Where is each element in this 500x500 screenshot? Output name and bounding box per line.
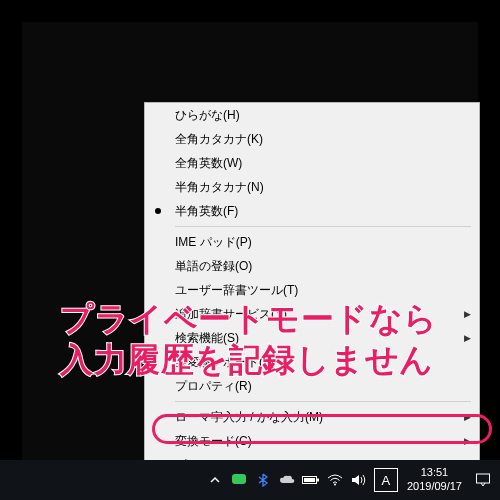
menu-item-fullwidth-alnum[interactable]: 全角英数(W) <box>145 151 479 175</box>
menu-item-halfwidth-katakana[interactable]: 半角カタカナ(N) <box>145 175 479 199</box>
menu-label: 半角カタカナ(N) <box>175 175 467 199</box>
menu-item-search-function[interactable]: 検索機能(S) ▶ <box>145 326 479 350</box>
menu-label: 全角英数(W) <box>175 151 467 175</box>
submenu-arrow-icon: ▶ <box>464 302 471 326</box>
ime-mode-label: A <box>382 473 391 488</box>
messages-icon[interactable] <box>227 460 251 500</box>
menu-label: 変換モード(C) <box>175 429 467 453</box>
clock-date: 2019/09/17 <box>407 480 462 494</box>
menu-item-properties[interactable]: プロパティ(R) <box>145 374 479 398</box>
volume-icon[interactable] <box>347 460 371 500</box>
menu-label: 全角カタカナ(K) <box>175 127 467 151</box>
menu-label: ひらがな(H) <box>175 103 467 127</box>
ime-mode-indicator[interactable]: A <box>374 468 398 492</box>
clock-time: 13:51 <box>421 466 449 480</box>
menu-label: IME パッド(P) <box>175 230 467 254</box>
bluetooth-icon[interactable] <box>251 460 275 500</box>
menu-separator <box>175 401 471 402</box>
menu-label: ユーザー辞書ツール(T) <box>175 278 467 302</box>
menu-item-fullwidth-katakana[interactable]: 全角カタカナ(K) <box>145 127 479 151</box>
radio-selected-icon <box>155 208 161 214</box>
submenu-arrow-icon: ▶ <box>464 429 471 453</box>
menu-item-register-word[interactable]: 単語の登録(O) <box>145 254 479 278</box>
menu-label: 誤変換レポート(V) <box>175 350 467 374</box>
svg-point-4 <box>334 484 336 486</box>
wifi-icon[interactable] <box>323 460 347 500</box>
action-center-icon[interactable] <box>468 472 498 488</box>
ime-context-menu: ひらがな(H) 全角カタカナ(K) 全角英数(W) 半角カタカナ(N) 半角英数… <box>144 102 480 500</box>
menu-label: 追加辞書サービス(Y) <box>175 302 467 326</box>
menu-item-halfwidth-alnum[interactable]: 半角英数(F) <box>145 199 479 223</box>
submenu-arrow-icon: ▶ <box>464 405 471 429</box>
onedrive-icon[interactable] <box>275 460 299 500</box>
menu-item-romaji-kana[interactable]: ローマ字入力 / かな入力(M) ▶ <box>145 405 479 429</box>
svg-rect-5 <box>477 474 490 483</box>
menu-item-user-dictionary[interactable]: ユーザー辞書ツール(T) <box>145 278 479 302</box>
tray-overflow-chevron-icon[interactable] <box>203 460 227 500</box>
svg-rect-2 <box>304 478 315 482</box>
taskbar: A 13:51 2019/09/17 <box>0 460 500 500</box>
submenu-arrow-icon: ▶ <box>464 326 471 350</box>
menu-item-additional-dictionary[interactable]: 追加辞書サービス(Y) ▶ <box>145 302 479 326</box>
menu-item-misconversion-report[interactable]: 誤変換レポート(V) <box>145 350 479 374</box>
battery-icon[interactable] <box>299 460 323 500</box>
menu-label: プロパティ(R) <box>175 374 467 398</box>
menu-item-ime-pad[interactable]: IME パッド(P) <box>145 230 479 254</box>
svg-rect-3 <box>317 479 319 482</box>
menu-label: 単語の登録(O) <box>175 254 467 278</box>
menu-separator <box>175 226 471 227</box>
taskbar-clock[interactable]: 13:51 2019/09/17 <box>401 466 468 494</box>
menu-label: 検索機能(S) <box>175 326 467 350</box>
menu-item-hiragana[interactable]: ひらがな(H) <box>145 103 479 127</box>
svg-rect-0 <box>232 474 246 484</box>
menu-label: 半角英数(F) <box>175 199 467 223</box>
menu-item-conversion-mode[interactable]: 変換モード(C) ▶ <box>145 429 479 453</box>
menu-label: ローマ字入力 / かな入力(M) <box>175 405 467 429</box>
